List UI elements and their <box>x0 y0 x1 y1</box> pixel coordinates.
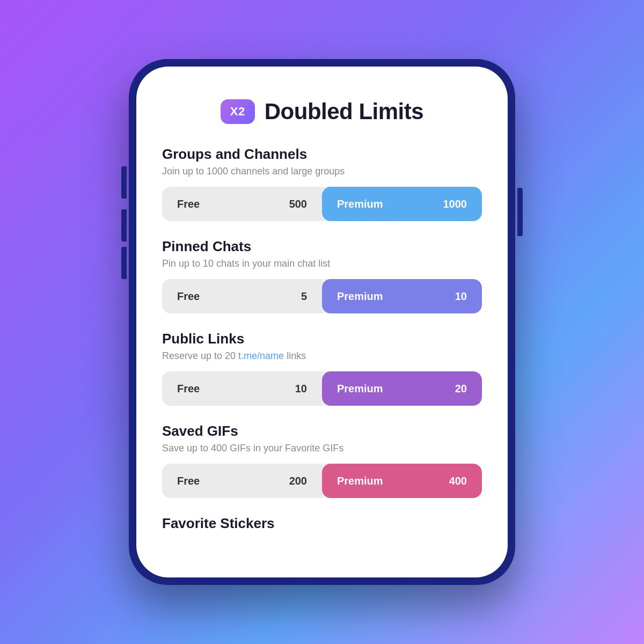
feature-desc-groups: Join up to 1000 channels and large group… <box>162 166 482 177</box>
limit-premium-links: Premium 20 <box>322 371 482 406</box>
limit-free-pinned: Free 5 <box>162 279 322 313</box>
limit-bar-groups: Free 500 Premium 1000 <box>162 187 482 221</box>
feature-title-gifs: Saved GIFs <box>162 423 482 440</box>
premium-label-links: Premium <box>337 383 383 395</box>
x2-badge: X2 <box>221 99 255 124</box>
limit-premium-pinned: Premium 10 <box>322 279 482 313</box>
feature-title-stickers: Favorite Stickers <box>162 515 482 532</box>
premium-label-groups: Premium <box>337 198 383 210</box>
free-value-groups: 500 <box>289 198 307 210</box>
limit-free-groups: Free 500 <box>162 187 322 221</box>
free-label-groups: Free <box>177 198 200 210</box>
feature-favorite-stickers: Favorite Stickers <box>162 515 482 532</box>
desc-before-links: Reserve up to 20 <box>162 350 238 361</box>
limit-premium-gifs: Premium 400 <box>322 464 482 498</box>
free-label-pinned: Free <box>177 290 200 303</box>
feature-pinned-chats: Pinned Chats Pin up to 10 chats in your … <box>162 238 482 313</box>
premium-value-groups: 1000 <box>443 198 467 210</box>
phone-frame: X2 Doubled Limits Groups and Channels Jo… <box>129 59 515 585</box>
feature-desc-pinned: Pin up to 10 chats in your main chat lis… <box>162 258 482 269</box>
limit-free-gifs: Free 200 <box>162 464 322 498</box>
feature-saved-gifs: Saved GIFs Save up to 400 GIFs in your F… <box>162 423 482 498</box>
feature-desc-links: Reserve up to 20 t.me/name links <box>162 350 482 362</box>
feature-public-links: Public Links Reserve up to 20 t.me/name … <box>162 331 482 406</box>
feature-groups-channels: Groups and Channels Join up to 1000 chan… <box>162 146 482 221</box>
premium-value-pinned: 10 <box>455 290 467 303</box>
page-header: X2 Doubled Limits <box>162 99 482 125</box>
page-title: Doubled Limits <box>265 99 423 125</box>
free-value-gifs: 200 <box>289 475 307 487</box>
premium-label-pinned: Premium <box>337 290 383 303</box>
feature-title-groups: Groups and Channels <box>162 146 482 163</box>
limit-bar-gifs: Free 200 Premium 400 <box>162 464 482 498</box>
feature-desc-gifs: Save up to 400 GIFs in your Favorite GIF… <box>162 443 482 454</box>
premium-label-gifs: Premium <box>337 475 383 487</box>
limit-bar-pinned: Free 5 Premium 10 <box>162 279 482 313</box>
premium-value-gifs: 400 <box>449 475 467 487</box>
premium-value-links: 20 <box>455 383 467 395</box>
page-content: X2 Doubled Limits Groups and Channels Jo… <box>136 67 508 577</box>
tme-link[interactable]: t.me/name <box>238 350 284 361</box>
limit-premium-groups: Premium 1000 <box>322 187 482 221</box>
free-label-links: Free <box>177 383 200 395</box>
free-value-pinned: 5 <box>301 290 307 303</box>
free-label-gifs: Free <box>177 475 200 487</box>
feature-title-links: Public Links <box>162 331 482 347</box>
phone-screen: X2 Doubled Limits Groups and Channels Jo… <box>136 67 508 577</box>
desc-after-links: links <box>284 350 306 361</box>
limit-bar-links: Free 10 Premium 20 <box>162 371 482 406</box>
free-value-links: 10 <box>295 383 307 395</box>
limit-free-links: Free 10 <box>162 371 322 406</box>
feature-title-pinned: Pinned Chats <box>162 238 482 255</box>
